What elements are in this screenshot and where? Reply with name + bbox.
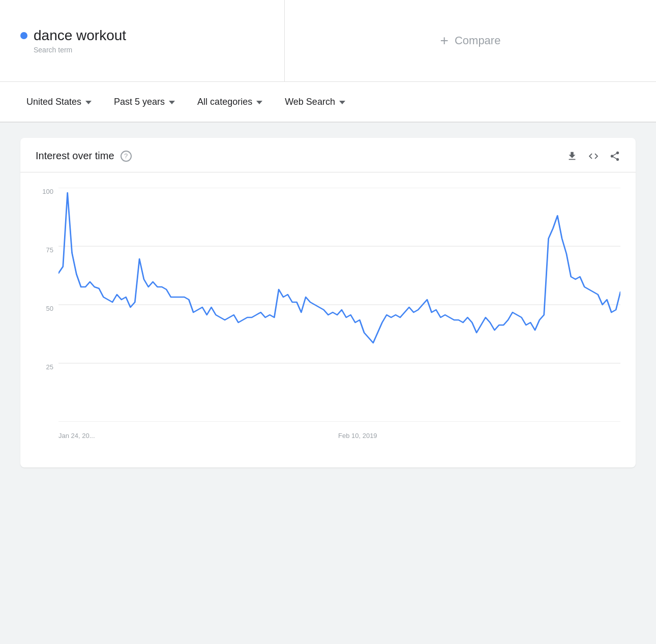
chart-svg-container bbox=[58, 188, 620, 422]
search-term-title: dance workout bbox=[34, 27, 126, 44]
compare-plus-icon: + bbox=[440, 33, 449, 49]
filter-category[interactable]: All categories bbox=[191, 93, 269, 111]
search-term-box: dance workout Search term bbox=[0, 0, 285, 81]
filter-region-chevron-icon bbox=[85, 101, 92, 104]
chart-card: Interest over time ? bbox=[20, 138, 636, 467]
y-axis-labels: 100 75 50 25 bbox=[31, 188, 58, 422]
chart-title-row: Interest over time ? bbox=[36, 150, 132, 162]
chart-container: 100 75 50 25 bbox=[31, 188, 620, 452]
compare-inner: + Compare bbox=[440, 33, 501, 49]
filter-searchtype-label: Web Search bbox=[285, 97, 335, 107]
share-button[interactable] bbox=[609, 151, 620, 162]
x-label-mid: Feb 10, 2019 bbox=[338, 432, 377, 440]
chart-title: Interest over time bbox=[36, 150, 114, 162]
filter-timerange-label: Past 5 years bbox=[114, 97, 165, 107]
y-label-75: 75 bbox=[46, 246, 53, 254]
chart-area: 100 75 50 25 bbox=[20, 172, 636, 467]
filter-timerange-chevron-icon bbox=[169, 101, 175, 104]
search-term-row: dance workout bbox=[20, 27, 264, 44]
embed-button[interactable] bbox=[588, 151, 599, 162]
top-section: dance workout Search term + Compare bbox=[0, 0, 656, 82]
x-label-start: Jan 24, 20... bbox=[58, 432, 95, 440]
search-term-sublabel: Search term bbox=[34, 46, 264, 54]
filter-searchtype[interactable]: Web Search bbox=[279, 93, 351, 111]
filter-bar: United States Past 5 years All categorie… bbox=[0, 82, 656, 123]
x-axis-labels: Jan 24, 20... Feb 10, 2019 bbox=[58, 427, 620, 452]
download-button[interactable] bbox=[566, 151, 578, 162]
y-label-25: 25 bbox=[46, 363, 53, 371]
filter-searchtype-chevron-icon bbox=[339, 101, 345, 104]
compare-box[interactable]: + Compare bbox=[285, 0, 656, 81]
main-content: Interest over time ? bbox=[0, 123, 656, 483]
help-icon[interactable]: ? bbox=[121, 151, 132, 162]
filter-region-label: United States bbox=[26, 97, 81, 107]
filter-category-chevron-icon bbox=[256, 101, 262, 104]
search-term-dot bbox=[20, 32, 27, 39]
compare-label: Compare bbox=[455, 34, 500, 47]
filter-timerange[interactable]: Past 5 years bbox=[108, 93, 181, 111]
y-label-100: 100 bbox=[42, 188, 53, 195]
line-chart-svg bbox=[58, 188, 620, 422]
y-label-50: 50 bbox=[46, 305, 53, 312]
help-question-mark: ? bbox=[124, 152, 128, 160]
chart-header: Interest over time ? bbox=[20, 138, 636, 172]
chart-actions bbox=[566, 151, 620, 162]
filter-category-label: All categories bbox=[197, 97, 252, 107]
filter-region[interactable]: United States bbox=[20, 93, 98, 111]
